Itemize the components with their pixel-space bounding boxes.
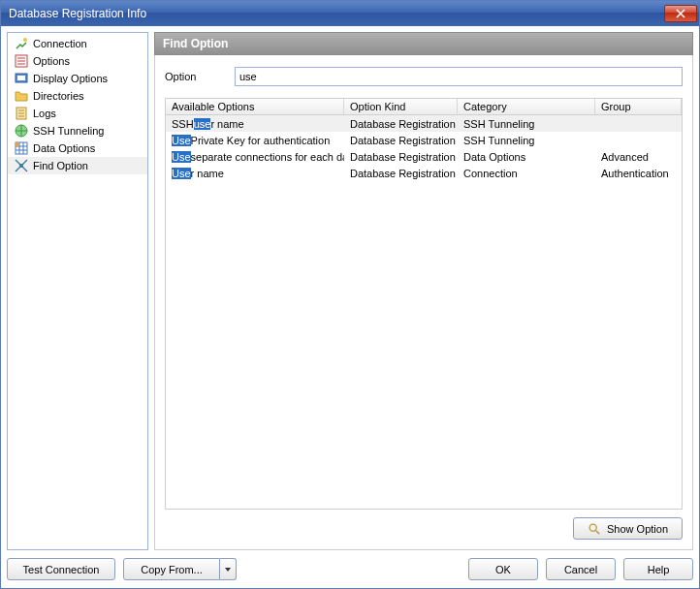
- cell-group: Authentication: [595, 165, 682, 181]
- option-filter-row: Option: [165, 67, 683, 86]
- magnifier-icon: [588, 522, 601, 536]
- sidebar-item-display-options[interactable]: Display Options: [8, 70, 147, 87]
- sidebar-item-label: Directories: [33, 90, 84, 102]
- cell-option-kind: Database Registration Info: [344, 132, 458, 148]
- help-label: Help: [648, 564, 670, 575]
- cell-available-option: User name: [166, 165, 344, 181]
- cell-available-option: Use separate connections for each data v…: [166, 148, 344, 165]
- ok-label: OK: [495, 564, 511, 575]
- close-icon: [676, 9, 685, 18]
- svg-point-9: [589, 524, 596, 531]
- copy-from-dropdown-button[interactable]: [220, 558, 237, 580]
- copy-from-button[interactable]: Copy From...: [123, 558, 220, 580]
- svg-point-0: [23, 38, 27, 42]
- table-body[interactable]: SSH user nameDatabase Registration InfoS…: [166, 115, 682, 509]
- highlighted-match: Use: [172, 135, 191, 146]
- column-header-group[interactable]: Group: [595, 99, 682, 114]
- panel-title: Find Option: [154, 32, 693, 55]
- sidebar-item-data-options[interactable]: Data Options: [8, 140, 147, 157]
- options-table: Available Options Option Kind Category G…: [165, 98, 683, 510]
- test-connection-button[interactable]: Test Connection: [7, 558, 115, 580]
- table-row[interactable]: SSH user nameDatabase Registration InfoS…: [166, 115, 682, 132]
- footer: Test Connection Copy From... OK Cancel H…: [1, 550, 699, 588]
- test-connection-label: Test Connection: [23, 564, 100, 575]
- highlighted-match: Use: [172, 168, 191, 179]
- show-option-button[interactable]: Show Option: [573, 517, 683, 540]
- cell-category: Data Options: [458, 148, 595, 165]
- sidebar-item-label: Options: [33, 55, 70, 67]
- svg-rect-7: [16, 142, 19, 146]
- copy-from-label: Copy From...: [141, 564, 203, 575]
- sidebar-item-label: Connection: [33, 38, 87, 49]
- panel-body: Option Available Options Option Kind Cat…: [154, 55, 693, 550]
- sidebar-item-options[interactable]: Options: [8, 52, 147, 70]
- dialog-window: Database Registration Info Connection Op…: [0, 0, 700, 589]
- cell-option-kind: Database Registration Info: [344, 148, 458, 165]
- help-button[interactable]: Help: [623, 558, 693, 580]
- table-row[interactable]: User nameDatabase Registration InfoConne…: [166, 165, 682, 181]
- show-option-label: Show Option: [607, 523, 668, 535]
- cell-group: Advanced: [595, 148, 682, 165]
- column-header-category[interactable]: Category: [458, 99, 595, 114]
- content-area: Connection Options Display Options Direc…: [1, 26, 699, 550]
- sidebar[interactable]: Connection Options Display Options Direc…: [7, 32, 148, 550]
- folder-icon: [14, 88, 29, 104]
- cell-category: Connection: [458, 165, 595, 181]
- sidebar-item-label: Logs: [33, 108, 56, 119]
- column-header-available[interactable]: Available Options: [166, 99, 344, 114]
- cancel-button[interactable]: Cancel: [546, 558, 616, 580]
- network-icon: [14, 123, 29, 139]
- logs-icon: [14, 106, 29, 121]
- sidebar-item-label: SSH Tunneling: [33, 125, 104, 137]
- table-row[interactable]: Use Private Key for authenticationDataba…: [166, 132, 682, 148]
- window-title: Database Registration Info: [9, 7, 664, 20]
- option-label: Option: [165, 71, 223, 82]
- cell-group: [595, 132, 682, 148]
- table-header-row: Available Options Option Kind Category G…: [166, 99, 682, 115]
- column-header-kind[interactable]: Option Kind: [344, 99, 458, 114]
- right-pane: Find Option Option Available Options Opt…: [154, 32, 693, 550]
- table-row[interactable]: Use separate connections for each data v…: [166, 148, 682, 165]
- cell-category: SSH Tunneling: [458, 115, 595, 132]
- panel-button-row: Show Option: [165, 510, 683, 540]
- cell-option-kind: Database Registration Info: [344, 115, 458, 132]
- sidebar-item-connection[interactable]: Connection: [8, 35, 147, 52]
- display-icon: [14, 71, 29, 86]
- grid-icon: [14, 140, 29, 156]
- sidebar-item-directories[interactable]: Directories: [8, 87, 147, 105]
- highlighted-match: Use: [172, 151, 191, 163]
- checklist-icon: [14, 53, 29, 69]
- svg-rect-3: [17, 76, 25, 80]
- titlebar[interactable]: Database Registration Info: [1, 1, 699, 26]
- sidebar-item-ssh-tunneling[interactable]: SSH Tunneling: [8, 122, 147, 140]
- sidebar-item-label: Find Option: [33, 160, 88, 171]
- sidebar-item-find-option[interactable]: Find Option: [8, 157, 147, 174]
- close-button[interactable]: [664, 5, 697, 22]
- cell-option-kind: Database Registration Info: [344, 165, 458, 181]
- svg-point-8: [19, 164, 23, 168]
- cell-group: [595, 115, 682, 132]
- sidebar-item-label: Data Options: [33, 142, 95, 154]
- plug-icon: [14, 36, 29, 51]
- find-icon: [14, 158, 29, 173]
- ok-button[interactable]: OK: [468, 558, 538, 580]
- sidebar-item-logs[interactable]: Logs: [8, 105, 147, 122]
- cell-category: SSH Tunneling: [458, 132, 595, 148]
- cancel-label: Cancel: [564, 564, 597, 575]
- cell-available-option: Use Private Key for authentication: [166, 132, 344, 148]
- highlighted-match: use: [194, 118, 211, 130]
- option-input[interactable]: [235, 67, 683, 86]
- cell-available-option: SSH user name: [166, 115, 344, 132]
- chevron-down-icon: [224, 566, 232, 574]
- copy-from-split-button: Copy From...: [123, 558, 237, 580]
- sidebar-item-label: Display Options: [33, 73, 108, 84]
